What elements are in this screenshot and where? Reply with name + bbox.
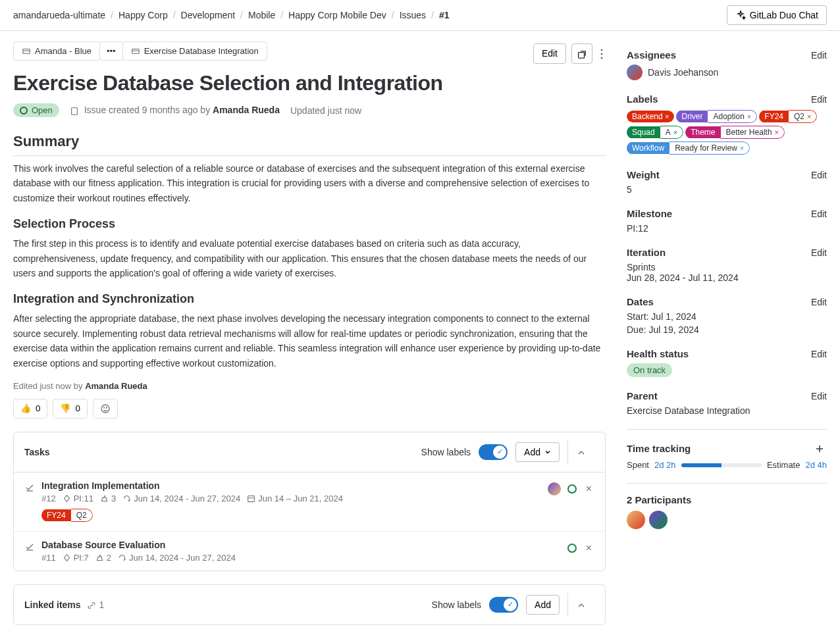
collapse-tasks-button[interactable] xyxy=(567,440,594,464)
status-badge: Open xyxy=(13,103,59,117)
avatar[interactable] xyxy=(649,511,668,529)
health-heading: Health status xyxy=(627,348,689,359)
task-row: Integration Implementation#12 PI:11 3 Ju… xyxy=(14,473,605,531)
add-reaction-button[interactable] xyxy=(93,399,118,419)
svg-rect-6 xyxy=(71,107,77,115)
start-date: Start: Jul 1, 2024 xyxy=(627,311,827,322)
edit-health[interactable]: Edit xyxy=(811,349,827,359)
edit-assignees[interactable]: Edit xyxy=(811,50,827,61)
weight-icon xyxy=(95,553,104,562)
epic-chip-label: Exercise Database Integration xyxy=(144,46,259,56)
label-pill[interactable]: SquadA × xyxy=(627,126,683,139)
svg-point-5 xyxy=(601,57,603,59)
updated-meta: Updated just now xyxy=(290,105,361,116)
thumbs-down-button[interactable]: 👎 0 xyxy=(53,399,87,419)
kebab-icon xyxy=(600,49,603,59)
show-labels-toggle[interactable]: ✓ xyxy=(479,444,508,460)
label-pill[interactable]: FY24Q2 xyxy=(41,509,93,522)
chevron-up-icon xyxy=(577,601,585,609)
integration-text: After selecting the appropriate database… xyxy=(13,311,606,371)
breadcrumb-item[interactable]: Issues xyxy=(400,10,426,20)
assignee-row[interactable]: Davis Joehanson xyxy=(627,64,827,80)
parent-value[interactable]: Exercise Database Integration xyxy=(627,405,827,416)
ellipsis-icon: ••• xyxy=(107,46,116,56)
edit-parent[interactable]: Edit xyxy=(811,391,827,401)
remove-label-icon[interactable]: × xyxy=(740,144,744,152)
estimate-label: Estimate xyxy=(767,460,801,470)
parent-heading: Parent xyxy=(627,390,658,401)
remove-label-icon[interactable]: × xyxy=(673,128,677,136)
estimate-value[interactable]: 2d 4h xyxy=(805,460,827,470)
epic-chip-ellipsis[interactable]: ••• xyxy=(99,41,123,61)
edit-dates[interactable]: Edit xyxy=(811,297,827,307)
task-id: #11 xyxy=(41,553,56,563)
author-link[interactable]: Amanda Rueda xyxy=(213,105,280,115)
show-labels-toggle[interactable]: ✓ xyxy=(489,597,518,613)
label-pill[interactable]: Backend × xyxy=(627,111,674,122)
edit-iteration[interactable]: Edit xyxy=(811,247,827,258)
time-tracking-bar xyxy=(681,463,762,467)
label-pill[interactable]: ThemeBetter Health × xyxy=(685,126,785,139)
breadcrumb-item[interactable]: Development xyxy=(181,10,236,20)
svg-point-9 xyxy=(106,407,107,408)
edit-labels[interactable]: Edit xyxy=(811,94,827,105)
remove-task-button[interactable]: × xyxy=(583,540,594,557)
breadcrumb-item[interactable]: Happy Corp Mobile Dev xyxy=(288,10,386,20)
collapse-linked-button[interactable] xyxy=(567,593,594,617)
page-title: Exercise Database Selection and Integrat… xyxy=(13,71,606,95)
task-type-icon xyxy=(24,482,35,493)
spent-label: Spent xyxy=(627,460,649,470)
selection-heading: Selection Process xyxy=(13,217,606,231)
status-dot-icon xyxy=(20,107,28,115)
edit-weight[interactable]: Edit xyxy=(811,170,827,180)
breadcrumb-item[interactable]: Happy Corp xyxy=(118,10,168,20)
thumbs-down-icon: 👎 xyxy=(60,403,71,413)
milestone-value[interactable]: PI:12 xyxy=(627,223,827,234)
show-labels-label: Show labels xyxy=(421,447,471,457)
linked-items-panel: Linked items 1 Show labels ✓ Add xyxy=(13,584,606,625)
iteration-icon xyxy=(122,494,131,503)
label-pill[interactable]: FY24Q2 × xyxy=(759,110,817,123)
task-title[interactable]: Database Source Evaluation xyxy=(41,540,561,550)
author-link[interactable]: Amanda Rueda xyxy=(85,381,147,391)
more-actions-button[interactable] xyxy=(598,43,606,63)
iteration-icon xyxy=(118,553,126,562)
add-time-button[interactable] xyxy=(812,440,827,456)
breadcrumb-item[interactable]: #1 xyxy=(439,10,450,20)
duo-chat-button[interactable]: GitLab Duo Chat xyxy=(727,5,827,25)
avatar[interactable] xyxy=(548,482,561,496)
remove-label-icon[interactable]: × xyxy=(665,113,669,120)
assignee-name: Davis Joehanson xyxy=(648,67,718,78)
tasks-title: Tasks xyxy=(24,447,413,457)
label-pill[interactable]: DriverAdoption × xyxy=(676,110,757,123)
show-labels-label: Show labels xyxy=(432,600,482,610)
breadcrumb: amandarueda-ultimate/ Happy Corp/ Develo… xyxy=(13,10,450,20)
breadcrumb-item[interactable]: Mobile xyxy=(248,10,275,20)
add-task-button[interactable]: Add xyxy=(515,442,560,462)
remove-label-icon[interactable]: × xyxy=(747,113,751,120)
task-title[interactable]: Integration Implementation xyxy=(41,480,541,491)
dates-heading: Dates xyxy=(627,296,654,307)
issue-icon xyxy=(70,107,79,116)
edited-meta: Edited just now by Amanda Rueda xyxy=(13,381,606,391)
epic-chip[interactable]: Exercise Database Integration xyxy=(122,41,267,61)
calendar-icon xyxy=(247,494,255,503)
remove-label-icon[interactable]: × xyxy=(775,128,779,136)
svg-point-8 xyxy=(103,407,104,408)
breadcrumb-item[interactable]: amandarueda-ultimate xyxy=(13,10,105,20)
label-pill[interactable]: WorkflowReady for Review × xyxy=(627,141,750,155)
thumbs-up-button[interactable]: 👍 0 xyxy=(13,399,47,419)
remove-label-icon[interactable]: × xyxy=(807,113,811,120)
chevron-down-icon xyxy=(544,449,551,455)
new-window-button[interactable] xyxy=(571,43,592,63)
svg-rect-2 xyxy=(579,52,585,58)
status-open-icon xyxy=(567,484,577,494)
time-tracking-heading: Time tracking xyxy=(627,443,691,454)
remove-task-button[interactable]: × xyxy=(583,480,594,498)
edit-button[interactable]: Edit xyxy=(533,43,566,63)
spent-value[interactable]: 2d 2h xyxy=(654,460,676,470)
edit-milestone[interactable]: Edit xyxy=(811,209,827,219)
add-linked-button[interactable]: Add xyxy=(526,595,560,615)
avatar[interactable] xyxy=(627,511,645,529)
epic-chip[interactable]: Amanda - Blue xyxy=(13,41,100,61)
